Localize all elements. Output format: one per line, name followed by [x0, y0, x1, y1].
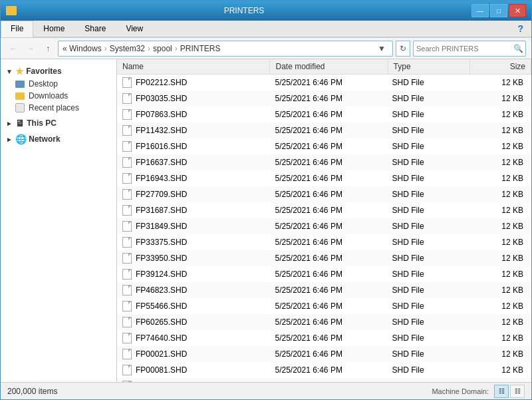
- back-button[interactable]: ←: [6, 41, 21, 56]
- file-name-cell: FP39124.SHD: [117, 268, 269, 281]
- help-button[interactable]: ?: [509, 21, 531, 37]
- title-bar: PRINTERS — □ ✕: [1, 1, 531, 21]
- file-size-cell: 12 KB: [468, 348, 531, 360]
- tab-home[interactable]: Home: [33, 21, 74, 37]
- tab-file[interactable]: File: [1, 21, 33, 37]
- file-row[interactable]: FP33375.SHD 5/25/2021 6:46 PM SHD File 1…: [117, 234, 531, 250]
- file-type-cell: SHD File: [387, 268, 469, 280]
- col-header-name[interactable]: Name: [117, 59, 270, 74]
- file-row[interactable]: FP02212.SHD 5/25/2021 6:46 PM SHD File 1…: [117, 75, 531, 91]
- network-header[interactable]: ► 🌐 Network: [1, 132, 116, 146]
- file-row[interactable]: FP16637.SHD 5/25/2021 6:46 PM SHD File 1…: [117, 154, 531, 170]
- file-row[interactable]: FP11432.SHD 5/25/2021 6:46 PM SHD File 1…: [117, 122, 531, 138]
- thispc-chevron: ►: [6, 120, 13, 127]
- recent-icon: [15, 103, 25, 112]
- col-header-date[interactable]: Date modified: [270, 59, 388, 74]
- tab-view[interactable]: View: [116, 21, 153, 37]
- file-name-cell: FP46823.SHD: [117, 284, 269, 297]
- file-date-cell: 5/25/2021 6:46 PM: [269, 108, 386, 120]
- file-name: FP39124.SHD: [136, 270, 187, 279]
- file-row[interactable]: FP03035.SHD 5/25/2021 6:46 PM SHD File 1…: [117, 91, 531, 106]
- file-date-cell: 5/25/2021 6:46 PM: [269, 77, 386, 89]
- file-date-cell: 5/25/2021 6:46 PM: [269, 220, 386, 232]
- file-name: FP03035.SHD: [136, 94, 187, 103]
- view-details-button[interactable]: ☷: [494, 385, 509, 398]
- file-row[interactable]: FP74640.SHD 5/25/2021 6:46 PM SHD File 1…: [117, 330, 531, 346]
- search-box[interactable]: 🔍: [413, 41, 526, 57]
- file-date-cell: 5/25/2021 6:46 PM: [269, 172, 386, 184]
- file-row[interactable]: FP60265.SHD 5/25/2021 6:46 PM SHD File 1…: [117, 314, 531, 330]
- main-area: ▼ ★ Favorites Desktop Downloads Recent p…: [1, 59, 531, 382]
- file-size-cell: 12 KB: [468, 284, 531, 296]
- file-doc-icon: [122, 381, 132, 382]
- network-section: ► 🌐 Network: [1, 132, 116, 146]
- file-type-cell: SHD File: [387, 77, 469, 89]
- thispc-label: This PC: [27, 118, 57, 128]
- file-row[interactable]: FP16943.SHD 5/25/2021 6:46 PM SHD File 1…: [117, 170, 531, 186]
- file-doc-icon: [122, 157, 132, 168]
- file-type-cell: SHD File: [387, 364, 469, 376]
- file-doc-icon: [122, 93, 132, 104]
- file-date-cell: 5/25/2021 6:46 PM: [269, 124, 386, 136]
- file-size-cell: 12 KB: [468, 300, 531, 312]
- favorites-section: ▼ ★ Favorites Desktop Downloads Recent p…: [1, 65, 116, 114]
- favorites-label: Favorites: [26, 67, 61, 76]
- minimize-button[interactable]: —: [471, 4, 489, 17]
- col-header-size[interactable]: Size: [470, 59, 531, 74]
- thispc-header[interactable]: ► 🖥 This PC: [1, 116, 116, 130]
- file-name: FP31849.SHD: [136, 222, 187, 231]
- sidebar-item-downloads[interactable]: Downloads: [1, 90, 116, 102]
- file-name: FP27709.SHD: [136, 190, 187, 199]
- file-name: FP60265.SHD: [136, 317, 187, 327]
- file-size-cell: 12 KB: [468, 93, 531, 104]
- col-header-type[interactable]: Type: [388, 59, 471, 74]
- sidebar-item-desktop[interactable]: Desktop: [1, 78, 116, 90]
- file-date-cell: 5/25/2021 6:46 PM: [269, 348, 386, 360]
- search-input[interactable]: [414, 45, 511, 53]
- file-row[interactable]: FP39124.SHD 5/25/2021 6:46 PM SHD File 1…: [117, 266, 531, 282]
- file-row[interactable]: FP31687.SHD 5/25/2021 6:46 PM SHD File 1…: [117, 202, 531, 218]
- sidebar-item-recent[interactable]: Recent places: [1, 102, 116, 114]
- favorites-header[interactable]: ▼ ★ Favorites: [1, 65, 116, 78]
- file-date-cell: 5/25/2021 6:46 PM: [269, 188, 386, 200]
- file-row[interactable]: FP55466.SHD 5/25/2021 6:46 PM SHD File 1…: [117, 298, 531, 314]
- up-button[interactable]: ↑: [41, 41, 55, 56]
- file-row[interactable]: FP46823.SHD 5/25/2021 6:46 PM SHD File 1…: [117, 282, 531, 298]
- file-date-cell: 5/25/2021 6:46 PM: [269, 332, 386, 344]
- file-doc-icon: [122, 301, 132, 311]
- file-type-cell: SHD File: [387, 284, 469, 296]
- file-name: FP16943.SHD: [136, 174, 187, 183]
- file-row[interactable]: FP16016.SHD 5/25/2021 6:46 PM SHD File 1…: [117, 138, 531, 154]
- view-large-icons-button[interactable]: ☷: [510, 385, 525, 398]
- file-type-cell: SHD File: [387, 204, 469, 216]
- file-name-cell: FP11432.SHD: [117, 124, 269, 137]
- file-row[interactable]: FP00081.SHD 5/25/2021 6:46 PM SHD File 1…: [117, 362, 531, 378]
- file-row[interactable]: FP07863.SHD 5/25/2021 6:46 PM SHD File 1…: [117, 106, 531, 122]
- file-name-cell: FP55466.SHD: [117, 300, 269, 313]
- search-icon: 🔍: [511, 44, 526, 53]
- forward-button[interactable]: →: [23, 41, 38, 56]
- file-name-cell: FP74640.SHD: [117, 331, 269, 345]
- tab-share[interactable]: Share: [74, 21, 116, 37]
- address-crumb-2: System32: [110, 44, 145, 53]
- file-doc-icon: [122, 253, 132, 264]
- close-button[interactable]: ✕: [509, 4, 526, 17]
- file-type-cell: SHD File: [387, 332, 469, 344]
- sep-2: ›: [148, 44, 150, 53]
- file-type-cell: SHD File: [387, 316, 469, 328]
- window: PRINTERS — □ ✕ File Home Share View ? ← …: [0, 0, 532, 400]
- file-row[interactable]: FP27709.SHD 5/25/2021 6:46 PM SHD File 1…: [117, 186, 531, 202]
- refresh-button[interactable]: ↻: [396, 41, 410, 57]
- file-size-cell: 12 KB: [468, 172, 531, 184]
- favorites-chevron: ▼: [6, 68, 13, 75]
- file-name-cell: FP27709.SHD: [117, 188, 269, 201]
- file-row[interactable]: FP00021.SHD 5/25/2021 6:46 PM SHD File 1…: [117, 346, 531, 362]
- address-dropdown-icon[interactable]: ▼: [375, 44, 388, 53]
- file-size-cell: 12 KB: [468, 252, 531, 264]
- file-row[interactable]: FP31849.SHD 5/25/2021 6:46 PM SHD File 1…: [117, 218, 531, 234]
- file-name-cell: FP02212.SHD: [117, 76, 269, 89]
- network-label: Network: [29, 134, 60, 144]
- file-row[interactable]: FP33950.SHD 5/25/2021 6:46 PM SHD File 1…: [117, 250, 531, 266]
- maximize-button[interactable]: □: [490, 4, 507, 17]
- address-input[interactable]: « Windows › System32 › spool › PRINTERS …: [58, 41, 393, 57]
